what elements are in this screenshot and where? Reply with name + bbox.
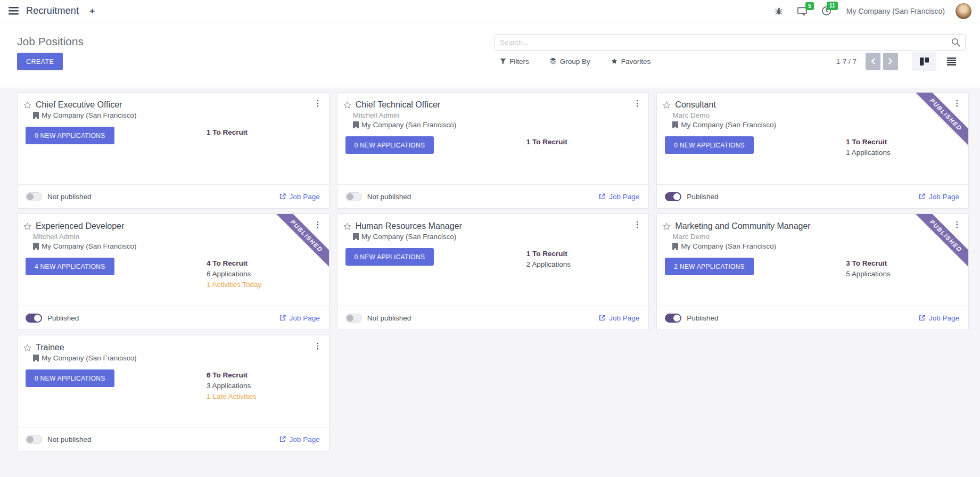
job-page-link[interactable]: Job Page [279, 314, 320, 322]
external-link-icon [279, 193, 286, 200]
job-title[interactable]: Trainee [36, 343, 64, 352]
pager-previous-button[interactable] [866, 53, 880, 70]
card-menu-button[interactable]: ⋮ [312, 99, 324, 107]
publish-toggle[interactable] [665, 314, 681, 323]
stat-recruit[interactable]: 1 To Recruit [846, 137, 890, 147]
job-title[interactable]: Marketing and Community Manager [675, 221, 810, 231]
pager-and-views: 1-7 / 7 [836, 52, 960, 70]
favorite-star-icon[interactable] [343, 101, 352, 110]
stat-warning[interactable]: 1 Activities Today [207, 279, 261, 290]
publish-status-label: Not published [367, 314, 411, 322]
job-page-link[interactable]: Job Page [598, 193, 639, 201]
toggle-knob [673, 315, 680, 322]
stat-recruit[interactable]: 1 To Recruit [526, 249, 571, 259]
apps-menu-icon[interactable] [9, 7, 19, 15]
group-by-button[interactable]: Group By [549, 57, 590, 65]
navbar-left: Recruitment + [9, 5, 95, 17]
job-page-link[interactable]: Job Page [279, 193, 320, 201]
card-header: Experienced Developer [18, 214, 329, 231]
company-switcher[interactable]: My Company (San Francisco) [846, 7, 945, 15]
publish-toggle[interactable] [345, 192, 362, 201]
stat-recruit[interactable]: 1 To Recruit [526, 137, 567, 147]
job-title[interactable]: Human Resources Manager [356, 221, 462, 231]
job-title[interactable]: Consultant [675, 100, 716, 110]
favorite-star-icon[interactable] [23, 222, 32, 231]
stat-recruit[interactable]: 1 To Recruit [207, 127, 248, 138]
new-applications-button[interactable]: 0 NEW APPLICATIONS [26, 127, 114, 144]
publish-toggle[interactable] [345, 314, 362, 323]
stat-recruit[interactable]: 6 To Recruit [207, 370, 257, 381]
favorite-star-icon[interactable] [662, 101, 671, 110]
pager-next-button[interactable] [883, 53, 898, 70]
favorite-star-icon[interactable] [343, 222, 352, 231]
card-menu-button[interactable]: ⋮ [951, 99, 963, 107]
job-page-link[interactable]: Job Page [598, 314, 639, 322]
publish-toggle[interactable] [665, 192, 681, 201]
card-menu-button[interactable]: ⋮ [312, 342, 324, 350]
job-position-card: PUBLISHED ⋮ Consultant Marc Demo My Comp… [656, 92, 969, 209]
search-input[interactable] [495, 35, 951, 50]
activities-clock-icon[interactable]: 11 [821, 6, 831, 16]
manager-name: Marc Demo [672, 111, 960, 119]
job-page-link[interactable]: Job Page [918, 314, 959, 322]
favorite-star-icon[interactable] [662, 222, 671, 231]
publish-toggle[interactable] [26, 192, 42, 201]
new-applications-button[interactable]: 0 NEW APPLICATIONS [665, 136, 754, 154]
stat-recruit[interactable]: 3 To Recruit [846, 258, 890, 269]
company-row: My Company (San Francisco) [672, 242, 960, 250]
new-applications-button[interactable]: 0 NEW APPLICATIONS [345, 248, 434, 266]
navbar-right: 5 11 My Company (San Francisco) [775, 3, 971, 19]
company-name: My Company (San Francisco) [361, 121, 457, 129]
toggle-knob [27, 436, 34, 443]
card-menu-button[interactable]: ⋮ [951, 220, 963, 228]
debug-bug-icon[interactable] [775, 7, 783, 15]
external-link-icon [918, 193, 926, 200]
publish-toggle[interactable] [26, 314, 42, 323]
building-icon [672, 121, 678, 128]
stat-normal[interactable]: 3 Applications [207, 381, 257, 391]
new-applications-button[interactable]: 2 NEW APPLICATIONS [665, 258, 754, 275]
publish-status-label: Published [687, 314, 718, 322]
favorite-star-icon[interactable] [23, 343, 32, 352]
new-tab-button[interactable]: + [89, 6, 95, 17]
job-page-link[interactable]: Job Page [279, 435, 320, 443]
company-name: My Company (San Francisco) [42, 242, 137, 250]
list-view-button[interactable] [943, 52, 960, 71]
page-title: Job Positions [17, 35, 84, 48]
stat-warning[interactable]: 1 Late Activities [207, 391, 257, 402]
group-by-label: Group By [560, 57, 590, 65]
card-body: 0 NEW APPLICATIONS 1 To Recruit1 Applica… [665, 136, 960, 154]
user-avatar[interactable] [956, 3, 971, 19]
card-menu-button[interactable]: ⋮ [631, 99, 643, 107]
publish-toggle[interactable] [26, 435, 42, 444]
card-footer: Not published Job Page [337, 306, 649, 330]
search-icon[interactable] [951, 38, 960, 47]
publish-status-label: Published [687, 193, 718, 201]
card-header: Trainee [18, 335, 329, 352]
app-title[interactable]: Recruitment [26, 5, 79, 17]
stat-normal[interactable]: 2 Applications [526, 259, 571, 270]
job-page-link[interactable]: Job Page [918, 193, 959, 201]
favorites-button[interactable]: Favorites [611, 57, 651, 65]
create-button[interactable]: CREATE [17, 53, 63, 70]
card-body: 0 NEW APPLICATIONS 1 To Recruit [26, 127, 321, 144]
stat-normal[interactable]: 1 Applications [846, 147, 890, 158]
job-title[interactable]: Chief Technical Officer [356, 100, 440, 110]
job-title[interactable]: Chief Executive Officer [36, 100, 122, 110]
kanban-view-button[interactable] [912, 52, 936, 71]
stat-normal[interactable]: 5 Applications [846, 269, 890, 279]
card-menu-button[interactable]: ⋮ [631, 220, 643, 228]
job-title[interactable]: Experienced Developer [36, 221, 124, 231]
new-applications-button[interactable]: 0 NEW APPLICATIONS [26, 369, 114, 387]
filters-button[interactable]: Filters [500, 57, 529, 65]
new-applications-button[interactable]: 0 NEW APPLICATIONS [345, 136, 434, 154]
messages-icon[interactable]: 5 [797, 6, 808, 16]
star-icon [611, 57, 618, 65]
stat-normal[interactable]: 6 Applications [207, 269, 261, 279]
stats-list: 1 To Recruit1 Applications [846, 137, 890, 158]
stat-recruit[interactable]: 4 To Recruit [207, 258, 261, 269]
job-page-label: Job Page [609, 314, 639, 322]
new-applications-button[interactable]: 4 NEW APPLICATIONS [26, 258, 114, 275]
favorite-star-icon[interactable] [23, 101, 32, 110]
card-menu-button[interactable]: ⋮ [312, 220, 324, 228]
